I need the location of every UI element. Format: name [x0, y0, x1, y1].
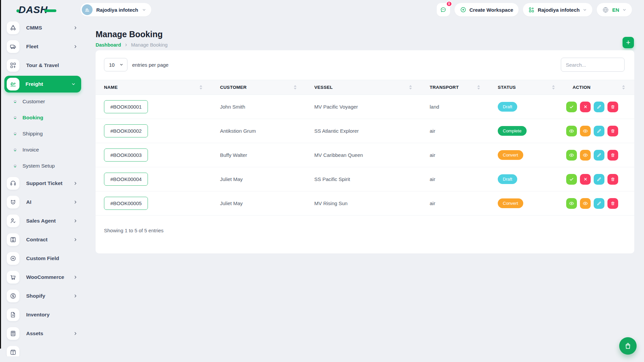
booking-id-pill[interactable]: #BOOK00003 [104, 148, 148, 162]
sidebar-item-label: Tour & Travel [26, 62, 59, 68]
entries-per-page-select[interactable]: 10 [104, 58, 127, 71]
edit-button[interactable] [594, 150, 604, 161]
chevron-right-icon [73, 331, 78, 336]
edit-button[interactable] [594, 198, 604, 209]
booking-id-pill[interactable]: #BOOK00004 [104, 173, 148, 186]
edit-button[interactable] [594, 102, 604, 112]
messages-count-badge: 0 [446, 1, 452, 7]
sidebar-subitem-system-setup[interactable]: System Setup [0, 158, 84, 174]
view-button[interactable] [566, 198, 577, 209]
column-header-name[interactable]: NAME [96, 85, 212, 90]
customer-cell: Juliet May [212, 176, 306, 182]
delete-button[interactable] [607, 198, 618, 209]
sidebar-item-ai[interactable]: AI [0, 193, 84, 212]
reject-button[interactable] [580, 102, 591, 112]
column-header-action[interactable]: ACTION [564, 85, 634, 90]
view-button[interactable] [566, 126, 577, 136]
view-alt-button[interactable] [580, 198, 591, 209]
reject-button[interactable] [580, 174, 591, 185]
vessel-cell: SS Atlantic Explorer [306, 128, 421, 134]
row-actions [564, 102, 634, 112]
sidebar-subitem-customer[interactable]: Customer [0, 94, 84, 110]
entries-per-page-label: entries per page [132, 62, 168, 68]
user-check-icon [7, 215, 19, 227]
chevron-down-icon [583, 8, 587, 12]
view-alt-button[interactable] [580, 126, 591, 136]
edit-button[interactable] [594, 174, 604, 185]
sidebar-item-fleet[interactable]: Fleet [0, 37, 84, 56]
chevron-right-icon [73, 237, 78, 242]
delete-button[interactable] [607, 174, 618, 185]
plus-circle-icon [7, 252, 19, 265]
sidebar-subitem-label: Invoice [22, 147, 39, 153]
approve-button[interactable] [566, 102, 577, 112]
vessel-cell: SS Pacific Spirit [306, 176, 421, 182]
breadcrumb-dashboard-link[interactable]: Dashboard [96, 42, 121, 48]
column-header-status[interactable]: STATUS [489, 85, 564, 90]
sidebar-subitem-shipping[interactable]: Shipping [0, 126, 84, 142]
sidebar-item-support-ticket[interactable]: Support Ticket [0, 174, 84, 193]
sidebar-item-more[interactable] [0, 343, 84, 356]
booking-id-pill[interactable]: #BOOK00001 [104, 100, 148, 113]
sidebar-subitem-booking[interactable]: Booking [0, 110, 84, 126]
delete-button[interactable] [607, 150, 618, 161]
sidebar-item-label: Fleet [26, 44, 38, 50]
vessel-cell: MV Rising Sun [306, 200, 421, 206]
status-badge: Convert [498, 150, 523, 160]
company-avatar-building-icon [82, 4, 93, 15]
booking-id-pill[interactable]: #BOOK00002 [104, 124, 148, 137]
page-title: Manage Booking [96, 29, 634, 39]
column-header-customer[interactable]: CUSTOMER [212, 85, 306, 90]
sidebar-item-inventory[interactable]: Inventory [0, 305, 84, 324]
column-header-transport[interactable]: TRANSPORT [421, 85, 489, 90]
delete-button[interactable] [607, 126, 618, 136]
chevron-right-icon [73, 200, 78, 204]
approve-button[interactable] [566, 174, 577, 185]
edit-button[interactable] [594, 126, 604, 136]
table-row: #BOOK00004Juliet MaySS Pacific Spiritair… [96, 167, 634, 191]
column-header-vessel[interactable]: VESSEL [306, 85, 421, 90]
workspace-selector[interactable]: Rajodiya infotech [523, 3, 592, 16]
page-head: Manage Booking Dashboard Manage Booking … [84, 19, 644, 48]
chat-bubble-icon [440, 6, 447, 13]
sort-arrows-icon [477, 85, 480, 89]
delete-button[interactable] [607, 102, 618, 112]
view-alt-button[interactable] [580, 150, 591, 161]
bullet-icon [14, 165, 16, 167]
sidebar-item-cmms[interactable]: CMMS [0, 18, 84, 37]
sidebar-item-contract[interactable]: Contract [0, 230, 84, 249]
chevron-down-icon [142, 8, 146, 12]
grid-plus-icon [7, 59, 19, 72]
sort-arrows-icon [622, 85, 625, 89]
sidebar-item-freight[interactable]: Freight [4, 76, 81, 93]
table-header-row: NAMECUSTOMERVESSELTRANSPORTSTATUSACTION [96, 80, 634, 95]
sidebar-item-woocommerce[interactable]: WooCommerce [0, 268, 84, 287]
table-row: #BOOK00005Juliet MayMV Rising SunairConv… [96, 191, 634, 216]
row-actions [564, 174, 634, 185]
sidebar-item-sales-agent[interactable]: Sales Agent [0, 212, 84, 230]
truck-icon [7, 40, 19, 53]
sidebar-item-tour-travel[interactable]: Tour & Travel [0, 56, 84, 75]
messages-button[interactable]: 0 [437, 3, 450, 16]
sidebar-subitem-label: Shipping [22, 131, 43, 137]
booking-id-pill[interactable]: #BOOK00005 [104, 197, 148, 210]
search-input[interactable] [561, 58, 625, 72]
sidebar-subitem-invoice[interactable]: Invoice [0, 142, 84, 158]
sidebar-subitem-label: Booking [22, 115, 43, 121]
sidebar-item-assets[interactable]: Assets [0, 324, 84, 343]
sidebar-item-custom-field[interactable]: Custom Field [0, 249, 84, 268]
company-selector[interactable]: Rajodiya infotech [80, 3, 151, 16]
logo-text: DASH [18, 4, 48, 15]
brand-logo[interactable]: DASH [18, 4, 48, 15]
transport-cell: air [421, 176, 489, 182]
column-label: NAME [104, 85, 118, 90]
view-button[interactable] [566, 150, 577, 161]
sidebar-item-shopify[interactable]: Shopify [0, 287, 84, 305]
row-actions [564, 198, 634, 209]
add-booking-button[interactable]: + [623, 37, 634, 48]
create-workspace-button[interactable]: Create Workspace [454, 3, 519, 16]
floating-cart-button[interactable] [619, 337, 637, 355]
sidebar-item-label: Custom Field [26, 255, 59, 261]
breadcrumb-current: Manage Booking [131, 42, 168, 48]
language-selector[interactable]: EN [597, 3, 632, 16]
